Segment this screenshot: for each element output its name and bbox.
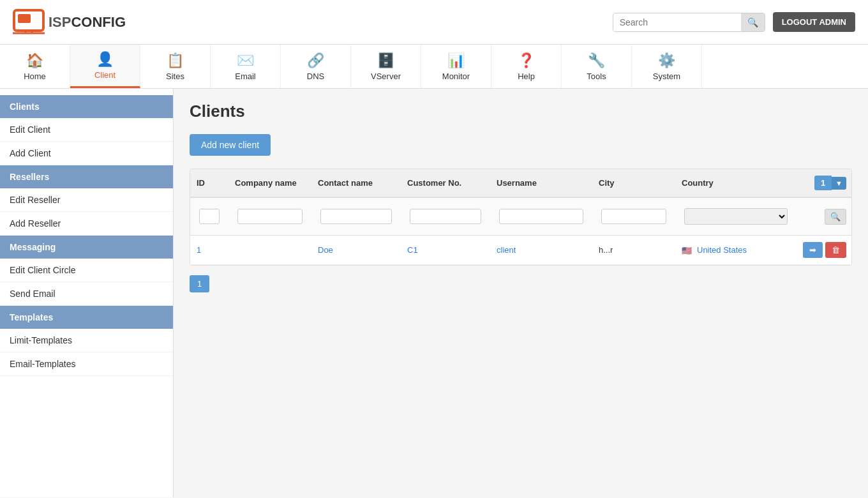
nav-item-dns[interactable]: 🔗 DNS [281, 45, 351, 88]
nav-item-vserver[interactable]: 🗄️ VServer [351, 45, 421, 88]
sidebar-section-templates: Templates [0, 306, 173, 329]
cell-city: h...r [592, 239, 675, 261]
cell-customer-link[interactable]: C1 [407, 245, 418, 255]
add-new-client-button[interactable]: Add new client [190, 134, 271, 156]
cell-country-link[interactable]: United States [697, 245, 747, 255]
rows-count-dropdown: 1 ▼ [814, 176, 846, 190]
nav-label-home: Home [24, 72, 46, 81]
header: ISPCONFIG 🔍 LOGOUT ADMIN [0, 0, 868, 45]
nav-label-tools: Tools [587, 72, 606, 81]
nav-item-home[interactable]: 🏠 Home [0, 45, 70, 88]
header-right: 🔍 LOGOUT ADMIN [613, 12, 855, 32]
delete-row-button[interactable]: 🗑 [825, 242, 846, 258]
cell-country: 🇺🇸 United States [675, 239, 797, 261]
filter-id-input[interactable] [199, 209, 220, 224]
filter-search-button[interactable]: 🔍 [825, 209, 846, 225]
cell-username-link[interactable]: client [497, 245, 516, 255]
table-row: 1 Doe C1 client h...r 🇺🇸 United States [190, 236, 851, 265]
cell-id: 1 [190, 239, 228, 261]
rows-count-value: 1 [814, 176, 832, 190]
filter-customer [401, 202, 490, 230]
nav-item-sites[interactable]: 📋 Sites [140, 45, 211, 88]
email-icon: ✉️ [237, 52, 254, 69]
monitor-icon: 📊 [447, 52, 465, 69]
page-title: Clients [190, 102, 852, 121]
col-header-city: City [592, 172, 675, 194]
tools-icon: 🔧 [588, 52, 605, 69]
client-icon: 👤 [96, 51, 114, 68]
filter-country: United States [675, 202, 797, 231]
nav-item-help[interactable]: ❓ Help [491, 45, 562, 88]
col-header-country: Country [675, 172, 797, 194]
col-header-username: Username [490, 172, 592, 194]
nav-item-monitor[interactable]: 📊 Monitor [421, 45, 491, 88]
cell-id-link[interactable]: 1 [197, 245, 201, 255]
filter-username-input[interactable] [499, 209, 583, 224]
cell-contact: Doe [311, 239, 401, 261]
col-header-contact: Contact name [311, 172, 401, 194]
nav-item-tools[interactable]: 🔧 Tools [562, 45, 632, 88]
edit-row-button[interactable]: ➡ [803, 242, 823, 258]
filter-id [190, 202, 228, 230]
country-cell-inner: 🇺🇸 United States [682, 245, 790, 255]
vserver-icon: 🗄️ [377, 52, 394, 69]
cell-username: client [490, 239, 592, 261]
filter-username [490, 202, 592, 230]
nav-label-client: Client [94, 70, 116, 80]
col-header-company: Company name [228, 172, 311, 194]
nav-item-system[interactable]: ⚙️ System [632, 45, 702, 88]
sidebar-item-email-templates[interactable]: Email-Templates [0, 352, 173, 376]
col-header-actions: 1 ▼ [797, 169, 851, 197]
system-icon: ⚙️ [658, 52, 675, 69]
table-header-row: ID Company name Contact name Customer No… [190, 169, 851, 198]
sidebar-section-clients: Clients [0, 95, 173, 118]
sidebar-section-messaging: Messaging [0, 236, 173, 259]
sidebar-item-add-client[interactable]: Add Client [0, 142, 173, 165]
search-box: 🔍 [613, 13, 765, 32]
filter-city-input[interactable] [601, 209, 666, 224]
nav-label-monitor: Monitor [442, 72, 470, 81]
sidebar-item-send-email[interactable]: Send Email [0, 282, 173, 306]
nav-label-sites: Sites [166, 72, 184, 81]
nav-item-client[interactable]: 👤 Client [70, 45, 140, 88]
cell-company [228, 244, 311, 257]
search-button[interactable]: 🔍 [741, 13, 765, 31]
sidebar-item-edit-reseller[interactable]: Edit Reseller [0, 188, 173, 212]
filter-company [228, 202, 311, 230]
cell-actions: ➡ 🗑 [797, 236, 851, 264]
flag-us-icon: 🇺🇸 [682, 246, 694, 255]
nav-label-dns: DNS [307, 72, 324, 81]
content-area: Clients Add new client ID Company name C… [174, 89, 868, 497]
page-1-button[interactable]: 1 [190, 275, 209, 292]
filter-customer-input[interactable] [410, 209, 481, 224]
logo: ISPCONFIG [13, 9, 126, 36]
table-filter-row: United States 🔍 [190, 198, 851, 236]
main-layout: Clients Edit Client Add Client Resellers… [0, 89, 868, 497]
sidebar-item-add-reseller[interactable]: Add Reseller [0, 212, 173, 236]
nav-label-email: Email [235, 72, 256, 81]
rows-count-arrow[interactable]: ▼ [832, 177, 846, 190]
logo-icon [13, 9, 45, 36]
filter-actions: 🔍 [797, 202, 851, 231]
sites-icon: 📋 [167, 52, 184, 69]
pagination: 1 [190, 275, 852, 292]
cell-contact-link[interactable]: Doe [318, 245, 333, 255]
filter-city [592, 202, 675, 230]
sidebar-item-edit-client[interactable]: Edit Client [0, 118, 173, 142]
logo-text: ISPCONFIG [49, 14, 126, 31]
help-icon: ❓ [518, 52, 535, 69]
filter-contact [311, 202, 401, 230]
search-input[interactable] [613, 13, 741, 31]
nav-label-help: Help [518, 72, 535, 81]
filter-contact-input[interactable] [320, 209, 392, 224]
logout-button[interactable]: LOGOUT ADMIN [773, 12, 855, 32]
svg-rect-1 [18, 14, 31, 23]
filter-country-select[interactable]: United States [684, 208, 788, 225]
sidebar-item-limit-templates[interactable]: Limit-Templates [0, 329, 173, 352]
sidebar-item-edit-client-circle[interactable]: Edit Client Circle [0, 259, 173, 282]
col-header-customer: Customer No. [401, 172, 490, 194]
filter-company-input[interactable] [237, 209, 303, 224]
nav-item-email[interactable]: ✉️ Email [211, 45, 281, 88]
dns-icon: 🔗 [307, 52, 324, 69]
nav-label-system: System [653, 72, 680, 81]
